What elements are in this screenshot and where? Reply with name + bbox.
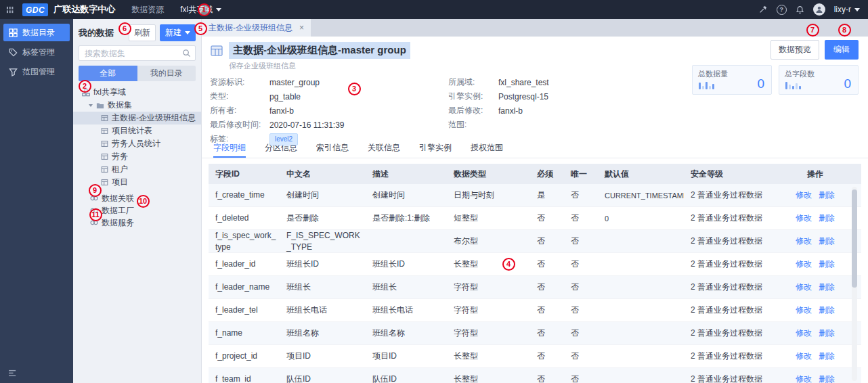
table-row: f_leader_name班组长班组长字符型否否2 普通业务过程数据修改删除 (209, 276, 861, 299)
meta-label: 引擎实例: (448, 91, 498, 102)
search-input[interactable] (79, 45, 196, 61)
meta-value: Postgresql-15 (498, 92, 548, 102)
tree-item-label: 劳务 (112, 151, 128, 162)
column-header: 安全等级 (684, 164, 787, 184)
table-cell: 项目ID (280, 345, 366, 367)
refresh-button[interactable]: 刷新 (129, 24, 156, 41)
stats: 总数据量 0 总字段数 0 (692, 65, 859, 95)
edit-button[interactable]: 编辑 (825, 40, 859, 60)
data-preview-button[interactable]: 数据预览 (771, 40, 819, 60)
table-cell-ops: 修改删除 (787, 230, 846, 252)
delete-link[interactable]: 删除 (819, 328, 835, 339)
search-icon[interactable] (182, 49, 191, 58)
sidebar-item-scope-management[interactable]: 范围管理 (3, 63, 70, 81)
tree-item-dataset[interactable]: 项目统计表 (73, 125, 201, 137)
table-row: f_deleted是否删除是否删除:1:删除短整型否否02 普通业务过程数据修改… (209, 207, 861, 230)
tree-item-dataset[interactable]: 劳务人员统计 (73, 137, 201, 150)
table-cell: 否 (564, 184, 598, 206)
avatar[interactable] (813, 3, 825, 16)
column-header: 必须 (530, 164, 564, 184)
stat-value: 0 (757, 76, 764, 91)
meta-label: 所属域: (448, 76, 498, 88)
column-header: 中文名 (280, 164, 366, 184)
domain-icon (82, 89, 90, 97)
tree-item-label: 主数据-企业级班组信息 (112, 112, 196, 124)
chevron-down-icon (854, 8, 860, 12)
delete-link[interactable]: 删除 (819, 189, 835, 201)
topbar-right: ? lixy-r (758, 3, 860, 16)
modify-link[interactable]: 修改 (796, 235, 812, 247)
dataset-icon (101, 179, 108, 186)
tree-item-dataset[interactable]: 租户 (73, 163, 201, 176)
create-button-label: 新建 (165, 27, 181, 39)
dataset-header: 主数据-企业级班组信息-master group 保存企业级班组信息 数据预览 … (202, 37, 868, 139)
modify-link[interactable]: 修改 (796, 258, 812, 270)
delete-link[interactable]: 删除 (819, 281, 835, 293)
tree-item-dataset[interactable]: 项目 (73, 176, 201, 189)
tools-icon[interactable] (758, 5, 768, 14)
table-row: f_name班组名称班组名称字符型否否2 普通业务过程数据修改删除 (209, 322, 861, 345)
delete-link[interactable]: 删除 (819, 258, 835, 270)
tree-item-label: 项目统计表 (112, 125, 152, 137)
table-cell: 2 普通业务过程数据 (684, 184, 787, 206)
create-button[interactable]: 新建 (160, 24, 196, 41)
close-icon[interactable]: × (299, 23, 304, 32)
sidebar-item-data-catalog[interactable]: 数据目录 (3, 24, 70, 41)
table-cell: 是 (530, 184, 564, 206)
table-cell: 否 (530, 207, 564, 229)
apps-icon[interactable] (6, 5, 15, 14)
table-cell: f_create_time (209, 184, 280, 206)
collapse-icon[interactable] (9, 369, 18, 377)
user-menu[interactable]: lixy-r (834, 5, 860, 14)
table-cell: 否 (530, 276, 564, 298)
tab-master-data[interactable]: 主数据-企业级班组信息 × (202, 19, 311, 37)
meta-label: 最后修改: (448, 105, 498, 116)
table-cell (598, 299, 684, 321)
column-header: 字段ID (209, 164, 280, 184)
menu-data-resource[interactable]: 数据资源 (131, 4, 164, 16)
table-cell: 2 普通业务过程数据 (684, 207, 787, 229)
meta-label: 范围: (448, 119, 498, 131)
table-cell: 长整型 (447, 253, 530, 275)
table-row: f_leader_id班组长ID班组长ID长整型否否2 普通业务过程数据修改删除 (209, 253, 861, 276)
stat-value: 0 (844, 76, 851, 91)
table-cell: f_team_id (209, 368, 280, 383)
table-cell: 否 (564, 299, 598, 321)
table-cell: f_leader_tel (209, 299, 280, 321)
filter-tab-1[interactable]: 我的目录 (137, 66, 196, 81)
help-icon[interactable]: ? (777, 5, 787, 15)
delete-link[interactable]: 删除 (819, 235, 835, 247)
scrollbar[interactable] (852, 187, 857, 381)
delete-link[interactable]: 删除 (819, 305, 835, 316)
domain-selector[interactable]: fxl共享域 (180, 4, 221, 16)
delete-link[interactable]: 删除 (819, 351, 835, 362)
table-cell: 否 (564, 207, 598, 229)
product-title: 广联达数字中心 (53, 3, 115, 16)
modify-link[interactable]: 修改 (796, 212, 812, 224)
content-card: 主数据-企业级班组信息-master group 保存企业级班组信息 数据预览 … (202, 37, 868, 383)
table-cell: 2 普通业务过程数据 (684, 368, 787, 383)
tree-item-data-relation[interactable]: 数据关联 (73, 192, 201, 204)
tree-item-dataset[interactable]: 劳务 (73, 150, 201, 163)
column-header: 操作 (787, 164, 846, 184)
delete-link[interactable]: 删除 (819, 374, 835, 383)
modify-link[interactable]: 修改 (796, 351, 812, 362)
sidebar-item-tag-management[interactable]: 标签管理 (3, 43, 70, 61)
modify-link[interactable]: 修改 (796, 374, 812, 383)
tree-item-domain[interactable]: fxl共享域 (73, 86, 201, 99)
column-header: 默认值 (598, 164, 684, 184)
tree-item-dataset[interactable]: 主数据-企业级班组信息 (73, 112, 201, 125)
tree-item-data-factory[interactable]: 数据工厂 (73, 204, 201, 217)
modify-link[interactable]: 修改 (796, 305, 812, 316)
filter-tab-0[interactable]: 全部 (79, 66, 137, 81)
modify-link[interactable]: 修改 (796, 328, 812, 339)
bell-icon[interactable] (796, 5, 804, 14)
tree-item-data-service[interactable]: 数据服务 (73, 217, 201, 229)
table-cell: 否 (564, 230, 598, 252)
modify-link[interactable]: 修改 (796, 189, 812, 201)
table-cell: 创建时间 (280, 184, 366, 206)
delete-link[interactable]: 删除 (819, 212, 835, 224)
scrollbar-thumb[interactable] (852, 189, 857, 288)
modify-link[interactable]: 修改 (796, 281, 812, 293)
tree-item-dataset-folder[interactable]: 数据集 (73, 99, 201, 112)
